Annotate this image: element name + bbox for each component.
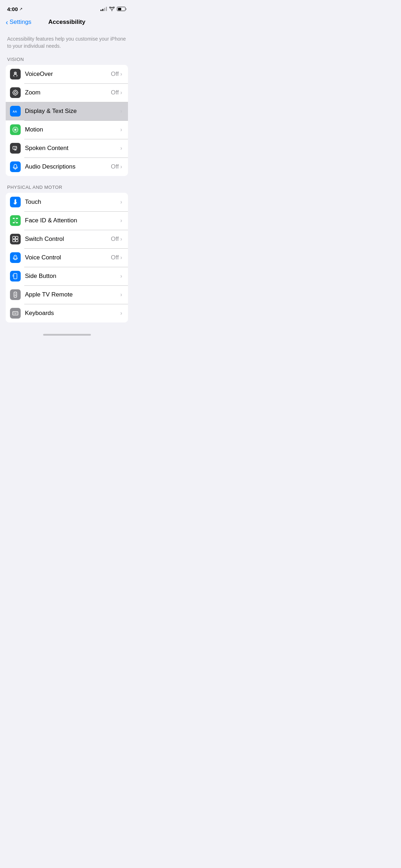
icon-sidebutton	[10, 271, 21, 281]
list-item-motion[interactable]: Motion›	[6, 120, 128, 139]
icon-zoom	[10, 87, 21, 98]
icon-remote	[10, 289, 21, 300]
section-header-physical-motor: PHYSICAL AND MOTOR	[0, 185, 134, 193]
item-label-voiceover: VoiceOver	[25, 71, 111, 78]
item-label-audio-descriptions: Audio Descriptions	[25, 163, 111, 170]
icon-motion	[10, 124, 21, 135]
svg-point-24	[15, 293, 16, 294]
item-chevron-display-text-size: ›	[120, 108, 122, 115]
svg-point-2	[13, 90, 18, 95]
list-item-voiceover[interactable]: VoiceOverOff›	[6, 65, 128, 83]
svg-point-1	[15, 73, 16, 74]
list-item-switch-control[interactable]: Switch ControlOff›	[6, 230, 128, 248]
list-item-zoom[interactable]: ZoomOff›	[6, 83, 128, 102]
battery-indicator	[117, 7, 127, 11]
svg-rect-18	[13, 237, 15, 239]
status-time: 4:00	[7, 6, 18, 12]
item-value-switch-control: Off	[111, 236, 119, 243]
item-label-side-button: Side Button	[25, 273, 120, 280]
svg-text:AA: AA	[13, 110, 17, 113]
item-chevron-audio-descriptions: ›	[120, 163, 122, 170]
item-label-touch: Touch	[25, 198, 120, 206]
nav-bar: ‹ Settings Accessibility	[0, 16, 134, 30]
item-chevron-side-button: ›	[120, 273, 122, 280]
svg-rect-17	[16, 222, 18, 223]
item-label-switch-control: Switch Control	[25, 236, 111, 243]
item-value-voiceover: Off	[111, 71, 119, 78]
list-item-spoken-content[interactable]: Spoken Content›	[6, 139, 128, 157]
svg-rect-19	[16, 237, 18, 239]
list-item-display-text-size[interactable]: AADisplay & Text Size›	[6, 102, 128, 120]
back-button[interactable]: ‹ Settings	[6, 19, 31, 26]
svg-rect-34	[17, 314, 17, 314]
item-chevron-spoken-content: ›	[120, 145, 122, 152]
item-label-motion: Motion	[25, 126, 120, 133]
svg-rect-29	[15, 312, 15, 313]
list-item-touch[interactable]: Touch›	[6, 193, 128, 211]
item-label-face-id: Face ID & Attention	[25, 217, 120, 224]
section-list-physical-motor: Touch›Face ID & Attention›Switch Control…	[6, 193, 128, 322]
list-item-side-button[interactable]: Side Button›	[6, 267, 128, 285]
item-chevron-zoom: ›	[120, 89, 122, 96]
svg-point-9	[15, 129, 16, 131]
list-item-face-id[interactable]: Face ID & Attention›	[6, 211, 128, 230]
item-label-zoom: Zoom	[25, 89, 111, 96]
item-label-display-text-size: Display & Text Size	[25, 108, 120, 115]
item-label-keyboards: Keyboards	[25, 310, 120, 317]
location-icon: ↗	[19, 7, 22, 11]
icon-voiceover	[10, 69, 21, 79]
svg-rect-31	[17, 312, 17, 313]
description-text: Accessibility features help you customis…	[0, 30, 134, 57]
list-item-voice-control[interactable]: Voice ControlOff›	[6, 248, 128, 267]
item-chevron-voiceover: ›	[120, 71, 122, 78]
item-chevron-keyboards: ›	[120, 310, 122, 317]
home-bar	[43, 334, 91, 336]
svg-rect-26	[15, 295, 16, 296]
svg-rect-32	[14, 314, 14, 314]
section-header-vision: VISION	[0, 57, 134, 65]
icon-touch	[10, 197, 21, 207]
svg-rect-21	[16, 239, 18, 242]
list-item-apple-tv-remote[interactable]: Apple TV Remote›	[6, 285, 128, 304]
item-chevron-face-id: ›	[120, 217, 122, 224]
svg-point-22	[15, 256, 16, 257]
svg-rect-14	[13, 218, 15, 219]
item-label-voice-control: Voice Control	[25, 254, 111, 261]
item-value-voice-control: Off	[111, 254, 119, 261]
svg-rect-30	[16, 312, 16, 313]
svg-rect-33	[15, 314, 16, 314]
section-list-vision: VoiceOverOff›ZoomOff›AADisplay & Text Si…	[6, 65, 128, 176]
page-title: Accessibility	[48, 19, 86, 26]
sections-container: VISIONVoiceOverOff›ZoomOff›AADisplay & T…	[0, 57, 134, 322]
item-chevron-voice-control: ›	[120, 254, 122, 261]
svg-rect-27	[13, 312, 18, 315]
item-chevron-motion: ›	[120, 126, 122, 133]
wifi-icon	[109, 7, 115, 11]
svg-rect-25	[15, 295, 16, 295]
icon-voicecontrol	[10, 252, 21, 263]
svg-rect-16	[13, 222, 15, 223]
home-indicator	[0, 331, 134, 339]
list-item-keyboards[interactable]: Keyboards›	[6, 304, 128, 322]
item-label-spoken-content: Spoken Content	[25, 145, 120, 152]
item-value-audio-descriptions: Off	[111, 163, 119, 170]
status-icons	[101, 7, 127, 11]
icon-switch	[10, 234, 21, 244]
svg-point-3	[14, 92, 16, 94]
back-label: Settings	[10, 19, 31, 26]
icon-aa: AA	[10, 106, 21, 117]
section-vision: VISIONVoiceOverOff›ZoomOff›AADisplay & T…	[0, 57, 134, 176]
svg-rect-20	[13, 239, 15, 242]
back-chevron-icon: ‹	[6, 19, 8, 26]
svg-rect-12	[13, 146, 17, 149]
item-chevron-switch-control: ›	[120, 236, 122, 243]
item-value-zoom: Off	[111, 89, 119, 96]
status-bar: 4:00 ↗	[0, 0, 134, 16]
svg-rect-15	[16, 218, 18, 219]
icon-keyboard	[10, 308, 21, 319]
item-chevron-apple-tv-remote: ›	[120, 291, 122, 298]
list-item-audio-descriptions[interactable]: Audio DescriptionsOff›	[6, 157, 128, 176]
item-chevron-touch: ›	[120, 198, 122, 206]
signal-bars	[101, 7, 107, 11]
section-physical-motor: PHYSICAL AND MOTORTouch›Face ID & Attent…	[0, 185, 134, 322]
